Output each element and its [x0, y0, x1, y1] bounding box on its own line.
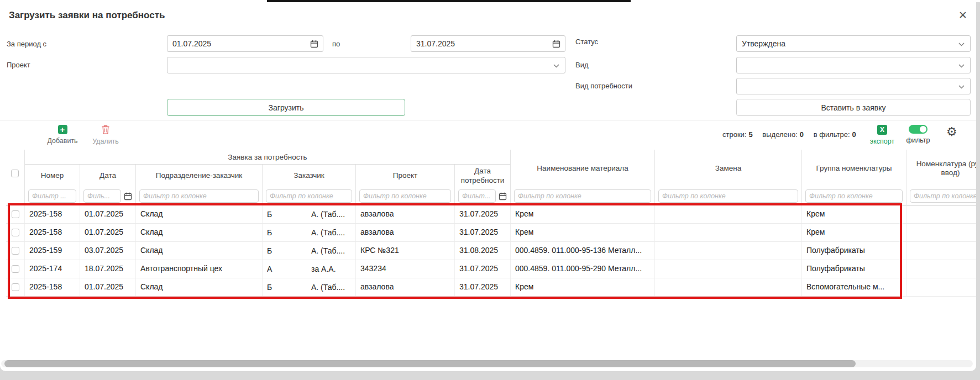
filter-toggle[interactable]: фильтр	[904, 125, 932, 144]
period-to-label: по	[332, 40, 340, 48]
customer-initial: Б	[267, 283, 311, 292]
filter-input-need_date[interactable]	[458, 189, 496, 203]
customer-initial: Б	[267, 228, 311, 237]
export-button[interactable]: X экспорт	[868, 125, 897, 145]
column-header-department[interactable]: Подразделение-заказчик	[136, 165, 263, 187]
column-header-replacement[interactable]: Замена	[655, 150, 802, 187]
close-icon[interactable]: ✕	[958, 9, 967, 21]
cell-date: 01.07.2025	[80, 224, 136, 241]
period-from-label: За период с	[7, 40, 46, 48]
column-header-number[interactable]: Номер	[25, 165, 80, 187]
customer-initial: Б	[267, 210, 311, 219]
date-from-field[interactable]: 01.07.2025	[167, 35, 323, 52]
cell-replacement	[655, 242, 802, 260]
filter-input-project[interactable]	[359, 189, 451, 203]
calendar-icon[interactable]	[499, 192, 507, 200]
customer-name: А. (Таб....	[311, 228, 345, 237]
add-button[interactable]: + Добавить	[47, 125, 78, 145]
trash-icon	[101, 125, 110, 135]
filter-cell-nomenclature	[906, 187, 976, 205]
table-row[interactable]: 2025-15903.07.2025СкладБА. (Таб....КРС №…	[6, 242, 976, 260]
column-header-material[interactable]: Наименование материала	[511, 150, 655, 187]
column-header-nomenclature[interactable]: Номенклатура (руч. ввод)	[906, 150, 976, 187]
filter-input-date[interactable]	[83, 189, 121, 203]
in-filter-count-label: в фильтре:	[814, 130, 850, 139]
table-row[interactable]: 2025-15801.07.2025СкладБА. (Таб....авзал…	[6, 278, 976, 297]
horizontal-scrollbar-thumb[interactable]	[4, 360, 856, 367]
delete-button[interactable]: Удалить	[90, 125, 121, 145]
customer-name: за А.А.	[311, 265, 336, 273]
cell-project: авзалова	[356, 224, 455, 241]
dialog-title: Загрузить заявки на потребность	[9, 10, 165, 21]
calendar-icon[interactable]	[552, 40, 560, 48]
load-button[interactable]: Загрузить	[167, 99, 405, 116]
row-checkbox-cell	[6, 278, 25, 296]
row-checkbox[interactable]	[12, 229, 19, 236]
date-to-field[interactable]: 31.07.2025	[411, 35, 565, 52]
column-header-nom_group[interactable]: Группа номенклатуры	[802, 150, 906, 187]
cell-customer: БА. (Таб....	[263, 224, 356, 241]
column-header-customer[interactable]: Заказчик	[263, 165, 356, 187]
column-header-project[interactable]: Проект	[356, 165, 455, 187]
row-checkbox[interactable]	[12, 247, 19, 255]
row-checkbox[interactable]	[12, 283, 19, 291]
table-row[interactable]: 2025-15801.07.2025СкладБА. (Таб....авзал…	[6, 205, 976, 224]
filter-input-department[interactable]	[139, 189, 259, 203]
delete-button-label: Удалить	[92, 138, 119, 145]
cell-nomenclature	[906, 278, 976, 296]
table-body: 2025-15801.07.2025СкладБА. (Таб....авзал…	[6, 205, 976, 297]
row-checkbox[interactable]	[12, 265, 19, 273]
row-checkbox[interactable]	[12, 210, 19, 218]
status-value: Утверждена	[742, 39, 785, 48]
row-checkbox-cell	[6, 260, 25, 278]
insert-into-request-button[interactable]: Вставить в заявку	[736, 99, 971, 116]
cell-replacement	[655, 260, 802, 278]
status-select[interactable]: Утверждена	[736, 35, 971, 52]
cell-number: 2025-174	[25, 260, 80, 278]
export-button-label: экспорт	[870, 138, 894, 145]
cell-date: 01.07.2025	[80, 278, 136, 296]
chevron-down-icon	[958, 64, 965, 68]
cell-nomenclature	[906, 205, 976, 223]
cell-nom_group: Полуфабрикаты	[802, 260, 906, 278]
cell-customer: БА. (Таб....	[263, 278, 356, 296]
calendar-icon[interactable]	[310, 40, 318, 48]
filter-input-customer[interactable]	[266, 189, 352, 203]
filter-cell-number	[25, 187, 80, 205]
cell-customer: Аза А.А.	[263, 260, 356, 278]
cell-department: Автотранспортный цех	[136, 260, 263, 278]
rows-count-value: 5	[748, 130, 752, 139]
cell-replacement	[655, 224, 802, 241]
filter-cell-department	[136, 187, 263, 205]
cell-need_date: 31.07.2025	[455, 224, 511, 241]
filter-cell-date	[80, 187, 136, 205]
filter-cell-material	[511, 187, 655, 205]
settings-gear-icon[interactable]: ⚙	[946, 125, 957, 139]
project-select[interactable]	[167, 57, 565, 73]
date-from-value: 01.07.2025	[172, 39, 211, 48]
in-filter-count-value: 0	[852, 130, 856, 139]
filter-input-replacement[interactable]	[658, 189, 798, 203]
cell-date: 01.07.2025	[80, 205, 136, 223]
filter-input-material[interactable]	[514, 189, 651, 203]
cell-number: 2025-158	[25, 205, 80, 223]
cell-date: 18.07.2025	[80, 260, 136, 278]
calendar-icon[interactable]	[124, 192, 132, 200]
excel-export-icon: X	[877, 125, 887, 135]
cell-material: Крем	[511, 224, 655, 241]
project-label: Проект	[7, 61, 30, 69]
cell-department: Склад	[136, 278, 263, 296]
table-row[interactable]: 2025-15801.07.2025СкладБА. (Таб....авзал…	[6, 224, 976, 242]
need-kind-select[interactable]	[736, 78, 971, 94]
table-row[interactable]: 2025-17418.07.2025Автотранспортный цехАз…	[6, 260, 976, 278]
toggle-switch-icon[interactable]	[909, 125, 927, 134]
column-header-date[interactable]: Дата	[80, 165, 136, 187]
kind-select[interactable]	[736, 57, 971, 73]
column-header-need_date[interactable]: Дата потребности	[455, 165, 511, 187]
filter-input-number[interactable]	[28, 189, 76, 203]
select-all-checkbox[interactable]	[11, 170, 19, 177]
filter-input-nomenclature[interactable]	[910, 189, 976, 203]
filter-input-nom_group[interactable]	[805, 189, 903, 203]
cell-material: Крем	[511, 205, 655, 223]
cell-project: 343234	[356, 260, 455, 278]
